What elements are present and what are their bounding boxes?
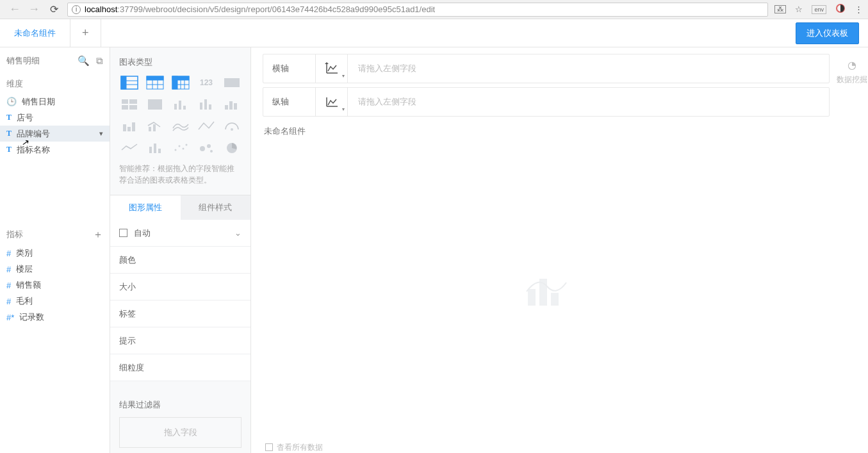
chart-type-hint: 智能推荐：根据拖入的字段智能推荐合适的图表或表格类型。 xyxy=(119,160,242,192)
number-type-icon: #* xyxy=(6,313,14,322)
prop-row-2[interactable]: 标签 xyxy=(110,301,250,327)
chart-type-line1[interactable] xyxy=(196,118,217,135)
haxis-bar[interactable]: 横轴 ▾ 请拖入左侧字段 xyxy=(263,54,830,83)
number-type-icon: # xyxy=(6,265,11,274)
dim-field-3[interactable]: T指标名称 xyxy=(0,142,110,158)
chart-type-scatter[interactable] xyxy=(170,140,191,156)
metric-field-0[interactable]: #类别 xyxy=(0,245,110,261)
metric-field-label: 楼层 xyxy=(16,263,33,275)
metric-field-2[interactable]: #销售额 xyxy=(0,277,110,293)
svg-point-45 xyxy=(207,144,211,148)
svg-rect-20 xyxy=(129,105,137,110)
chart-type-combo[interactable] xyxy=(145,118,165,135)
view-all-data[interactable]: 杳看所有数据 xyxy=(263,440,830,452)
prop-row-0[interactable]: 颜色 xyxy=(110,247,250,274)
tab-graphic-props[interactable]: 图形属性 xyxy=(110,195,181,220)
number-type-icon: # xyxy=(6,281,11,290)
metric-field-4[interactable]: #*记录数 xyxy=(0,309,110,325)
chrome-menu-icon[interactable]: ⋮ xyxy=(855,4,863,14)
chart-type-heat2[interactable] xyxy=(145,96,165,113)
url-path: :37799/webroot/decision/v5/design/report… xyxy=(117,4,435,14)
data-mining-label: 数据挖掘 xyxy=(837,75,867,85)
url-bar[interactable]: i localhost:37799/webroot/decision/v5/de… xyxy=(67,3,768,17)
ext-badge[interactable]: env xyxy=(812,5,826,14)
text-type-icon: T xyxy=(6,113,12,122)
clock-icon: 🕒 xyxy=(6,97,17,106)
metric-field-3[interactable]: #毛利 xyxy=(0,293,110,309)
add-metric-button[interactable]: ＋ xyxy=(93,228,103,242)
add-tab-button[interactable]: + xyxy=(70,19,101,47)
chart-type-grey1[interactable] xyxy=(222,74,242,91)
chart-type-pie[interactable] xyxy=(222,140,242,156)
svg-point-41 xyxy=(179,145,181,147)
reload-icon[interactable]: ⟳ xyxy=(44,3,65,15)
dim-field-1[interactable]: T店号 xyxy=(0,110,110,126)
metric-field-1[interactable]: #楼层 xyxy=(0,261,110,277)
chart-type-table3[interactable] xyxy=(170,74,191,91)
metric-header: 指标 ＋ xyxy=(0,222,110,245)
dim-field-label: 店号 xyxy=(17,112,33,124)
chart-type-bar2[interactable] xyxy=(196,96,217,113)
right-sidebar[interactable]: ◔ 数据挖掘 xyxy=(836,47,868,453)
forward-icon: → xyxy=(24,3,44,16)
svg-rect-22 xyxy=(174,104,177,110)
svg-rect-2 xyxy=(121,76,126,89)
prop-row-3[interactable]: 提示 xyxy=(110,327,250,354)
ext-icon[interactable] xyxy=(835,3,846,15)
vaxis-placeholder: 请拖入左侧字段 xyxy=(348,96,416,108)
dim-field-0[interactable]: 🕒销售日期 xyxy=(0,94,110,110)
chart-type-bar1[interactable] xyxy=(170,96,191,113)
result-filter-dropzone[interactable]: 拖入字段 xyxy=(119,417,242,448)
vaxis-label: 纵轴 xyxy=(272,96,289,108)
chevron-down-icon: ⌄ xyxy=(234,228,242,238)
prop-auto[interactable]: 自动 ⌄ xyxy=(110,220,250,247)
haxis-type-icon[interactable]: ▾ xyxy=(316,54,348,83)
star-icon[interactable]: ☆ xyxy=(795,4,803,14)
dataset-settings-icon[interactable]: ⧉ xyxy=(96,55,103,67)
text-type-icon: T xyxy=(6,145,12,154)
svg-rect-28 xyxy=(225,105,228,110)
component-tab[interactable]: 未命名组件 xyxy=(0,19,70,47)
url-host: localhost xyxy=(85,4,117,14)
tab-component-style[interactable]: 组件样式 xyxy=(181,195,251,220)
chart-type-area[interactable] xyxy=(170,118,191,135)
chart-type-bubble[interactable] xyxy=(196,140,217,156)
vaxis-type-icon[interactable]: ▾ xyxy=(316,88,348,116)
translate-icon[interactable]: ⁂ xyxy=(774,5,786,13)
enter-dashboard-button[interactable]: 进入仪表板 xyxy=(796,22,859,44)
search-icon[interactable]: 🔍 xyxy=(78,55,90,67)
svg-rect-30 xyxy=(234,103,237,110)
chart-type-stacked[interactable] xyxy=(119,118,140,135)
svg-point-36 xyxy=(231,128,233,131)
chart-type-title: 图表类型 xyxy=(119,56,242,68)
chart-type-table2[interactable] xyxy=(145,74,165,91)
plus-icon: + xyxy=(82,26,89,40)
chart-type-gauge[interactable] xyxy=(222,118,242,135)
svg-rect-32 xyxy=(127,127,131,131)
svg-rect-35 xyxy=(153,124,156,131)
metric-field-label: 毛利 xyxy=(16,295,33,307)
canvas-component-title: 未命名组件 xyxy=(264,126,830,137)
chart-type-kpi[interactable]: 123 xyxy=(196,74,217,91)
view-all-data-label: 杳看所有数据 xyxy=(277,442,323,452)
prop-row-4[interactable]: 细粒度 xyxy=(110,354,250,381)
metric-field-label: 销售额 xyxy=(16,279,41,291)
chart-type-bar4[interactable] xyxy=(145,140,165,156)
prop-label: 细粒度 xyxy=(119,362,144,374)
prop-label: 大小 xyxy=(119,281,136,293)
svg-rect-33 xyxy=(132,122,135,131)
chart-type-table1[interactable] xyxy=(119,74,140,91)
svg-rect-25 xyxy=(200,103,202,110)
back-icon: ← xyxy=(5,3,24,16)
chart-type-line2[interactable] xyxy=(119,140,140,156)
svg-point-43 xyxy=(186,144,188,146)
chart-type-bar3[interactable] xyxy=(222,96,242,113)
haxis-placeholder: 请拖入左侧字段 xyxy=(348,63,416,74)
dim-field-label: 销售日期 xyxy=(22,96,55,108)
vaxis-bar[interactable]: 纵轴 ▾ 请拖入左侧字段 xyxy=(263,87,830,117)
svg-rect-12 xyxy=(172,76,177,89)
prop-row-1[interactable]: 大小 xyxy=(110,274,250,301)
dim-field-2[interactable]: T品牌编号↖ xyxy=(0,126,110,142)
chart-type-heat1[interactable] xyxy=(119,96,140,113)
prop-auto-label: 自动 xyxy=(134,227,151,239)
